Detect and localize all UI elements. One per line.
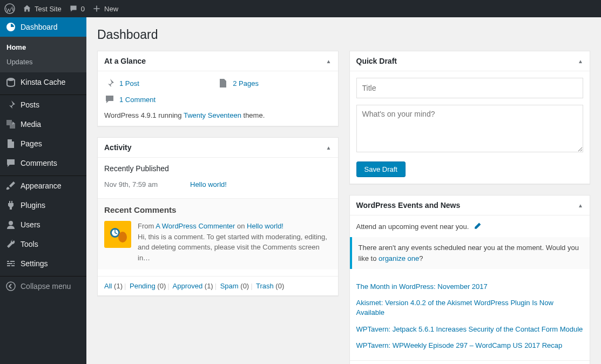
at-a-glance-title: At a Glance — [104, 57, 146, 65]
pages-icon — [218, 78, 228, 89]
organize-link[interactable]: organize one — [379, 254, 419, 262]
sidebar-item-media[interactable]: Media — [0, 114, 86, 134]
avatar — [104, 221, 131, 248]
events-news-box: WordPress Events and News ▲ Attend an up… — [349, 195, 591, 364]
filter-all[interactable]: All — [104, 282, 112, 290]
comment-item: From A WordPress Commenter on Hello worl… — [104, 221, 332, 263]
sidebar-label: Plugins — [21, 201, 45, 210]
news-list: The Month in WordPress: November 2017 Ak… — [356, 275, 584, 354]
sidebar-item-posts[interactable]: Posts — [0, 95, 86, 114]
dashboard-icon — [5, 22, 16, 32]
comment-icon — [5, 158, 16, 168]
glance-posts-link[interactable]: 1 Post — [119, 79, 139, 87]
sidebar-item-plugins[interactable]: Plugins — [0, 196, 86, 215]
sidebar-item-appearance[interactable]: Appearance — [0, 176, 86, 196]
filter-pending[interactable]: Pending — [130, 282, 156, 290]
sidebar-label: Posts — [21, 100, 39, 109]
toggle-panel[interactable]: ▲ — [326, 145, 332, 151]
plugin-icon — [5, 200, 16, 211]
filter-approved[interactable]: Approved — [173, 282, 203, 290]
admin-sidebar: Dashboard Home Updates Kinsta Cache Post… — [0, 17, 86, 364]
plus-icon — [92, 4, 101, 13]
sidebar-label: Appearance — [21, 181, 62, 190]
media-icon — [5, 119, 16, 130]
wrench-icon — [5, 239, 16, 250]
wordpress-icon — [4, 3, 15, 14]
sidebar-label: Collapse menu — [21, 282, 71, 291]
draft-content-textarea[interactable] — [356, 105, 584, 152]
comments-bubble[interactable]: 0 — [69, 4, 85, 13]
new-content[interactable]: New — [92, 4, 118, 13]
sidebar-label: Tools — [21, 240, 38, 248]
commenter-link[interactable]: A WordPress Commenter — [156, 222, 235, 230]
recently-published-heading: Recently Published — [104, 164, 332, 173]
save-draft-button[interactable]: Save Draft — [356, 161, 406, 177]
database-icon — [5, 77, 16, 87]
draft-title-input[interactable] — [356, 78, 584, 98]
site-name: Test Site — [35, 5, 62, 13]
wapuu-icon — [104, 221, 131, 248]
svg-point-7 — [118, 232, 127, 242]
sidebar-label: Users — [21, 220, 40, 229]
edit-icon[interactable] — [473, 222, 482, 231]
toggle-panel[interactable]: ▲ — [578, 58, 583, 64]
sidebar-item-tools[interactable]: Tools — [0, 234, 86, 254]
recent-comments-heading: Recent Comments — [104, 205, 332, 214]
svg-point-1 — [7, 78, 15, 81]
svg-point-3 — [6, 282, 15, 291]
site-name-link[interactable]: Test Site — [23, 4, 62, 13]
svg-point-2 — [9, 221, 13, 225]
news-link[interactable]: WPTavern: Jetpack 5.6.1 Increases Securi… — [356, 325, 583, 333]
news-link[interactable]: WPTavern: WPWeekly Episode 297 – WordCam… — [356, 341, 563, 349]
comment-meta-line: From A WordPress Commenter on Hello worl… — [138, 221, 332, 232]
quick-draft-box: Quick Draft ▲ Save Draft — [349, 51, 591, 184]
home-icon — [23, 4, 31, 13]
main-content: Dashboard At a Glance ▲ 1 Post — [86, 17, 601, 364]
sidebar-item-settings[interactable]: Settings — [0, 254, 86, 273]
no-events-notice: There aren't any events scheduled near y… — [350, 237, 590, 269]
filter-spam[interactable]: Spam — [220, 282, 239, 290]
admin-bar: Test Site 0 New — [0, 0, 601, 17]
published-date: Nov 9th, 7:59 am — [104, 180, 158, 188]
comment-icon — [69, 4, 78, 13]
theme-link[interactable]: Twenty Seventeen — [184, 111, 241, 119]
user-icon — [5, 219, 16, 230]
sidebar-sub-updates[interactable]: Updates — [0, 55, 86, 69]
events-intro-text: Attend an upcoming event near you. — [356, 223, 469, 231]
sidebar-collapse[interactable]: Collapse menu — [0, 277, 86, 296]
comments-count: 0 — [81, 5, 85, 13]
sidebar-label: Pages — [21, 139, 42, 148]
wp-version-text: WordPress 4.9.1 running Twenty Seventeen… — [104, 111, 332, 119]
page-title: Dashboard — [97, 23, 590, 44]
news-link[interactable]: Akismet: Version 4.0.2 of the Akismet Wo… — [356, 299, 553, 316]
pin-icon — [5, 99, 16, 110]
new-label: New — [104, 5, 118, 13]
pin-icon — [104, 78, 115, 89]
quick-draft-title: Quick Draft — [356, 57, 397, 65]
sidebar-item-kinsta-cache[interactable]: Kinsta Cache — [0, 72, 86, 92]
sidebar-label: Media — [21, 120, 41, 129]
toggle-panel[interactable]: ▲ — [578, 203, 583, 208]
brush-icon — [5, 180, 16, 191]
comment-icon — [104, 94, 115, 105]
sidebar-sub-home[interactable]: Home — [0, 40, 86, 55]
glance-pages-link[interactable]: 2 Pages — [233, 79, 259, 87]
news-link[interactable]: The Month in WordPress: November 2017 — [356, 282, 488, 291]
activity-title: Activity — [104, 143, 132, 152]
comment-excerpt: Hi, this is a comment. To get started wi… — [138, 232, 332, 264]
comment-post-link[interactable]: Hello world! — [247, 222, 283, 230]
sidebar-item-pages[interactable]: Pages — [0, 134, 86, 153]
toggle-panel[interactable]: ▲ — [326, 58, 332, 64]
events-news-title: WordPress Events and News — [356, 201, 461, 210]
pages-icon — [5, 138, 16, 149]
sidebar-item-comments[interactable]: Comments — [0, 153, 86, 173]
sidebar-item-users[interactable]: Users — [0, 215, 86, 234]
glance-comments-link[interactable]: 1 Comment — [119, 96, 156, 104]
filter-trash[interactable]: Trash — [256, 282, 274, 290]
published-post-link[interactable]: Hello world! — [190, 180, 227, 188]
sidebar-label: Kinsta Cache — [21, 78, 65, 86]
comment-filters: All (1)| Pending (0)| Approved (1)| Spam… — [98, 276, 338, 295]
sidebar-item-dashboard[interactable]: Dashboard — [0, 17, 86, 37]
wp-logo[interactable] — [4, 3, 15, 14]
sidebar-label: Settings — [21, 259, 48, 268]
